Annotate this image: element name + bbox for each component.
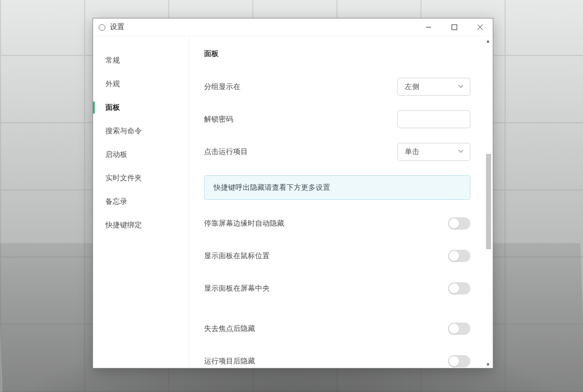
hotkey-info-banner: 快捷键呼出隐藏请查看下方更多设置	[204, 175, 470, 200]
row-toggle: 失去焦点后隐藏	[204, 320, 470, 338]
row-unlock-password: 解锁密码	[204, 110, 470, 128]
sidebar-item-label: 搜索与命令	[105, 126, 142, 136]
sidebar-item-hotkeys[interactable]: 快捷键绑定	[93, 213, 189, 237]
row-click-run: 点击运行项目 单击	[204, 143, 470, 161]
unlock-password-input[interactable]	[397, 110, 470, 128]
toggle-auto-hide-edge[interactable]	[448, 217, 470, 230]
toggle-show-at-mouse[interactable]	[448, 250, 470, 262]
setting-label: 分组显示在	[204, 82, 397, 92]
titlebar[interactable]: 设置	[93, 18, 493, 36]
row-group-display: 分组显示在 左侧	[204, 78, 470, 96]
settings-window: 设置 常规 外观 面板 搜索与命令 启动板 实时文件夹 备忘录 快捷键绑定 面板	[92, 18, 493, 368]
sidebar-item-label: 面板	[105, 102, 120, 113]
info-text: 快捷键呼出隐藏请查看下方更多设置	[214, 183, 330, 192]
select-value: 左侧	[405, 82, 419, 92]
sidebar-item-launchpad[interactable]: 启动板	[93, 143, 189, 166]
sidebar-item-realtime-folder[interactable]: 实时文件夹	[93, 166, 189, 190]
setting-label: 点击运行项目	[204, 147, 397, 157]
setting-label: 显示面板在鼠标位置	[204, 251, 448, 261]
row-toggle: 显示面板在屏幕中央	[204, 279, 470, 297]
sidebar-item-label: 启动板	[105, 150, 127, 160]
scroll-down-arrow-icon[interactable]: ▾	[484, 360, 492, 368]
row-toggle: 显示面板在鼠标位置	[204, 247, 470, 265]
chevron-down-icon	[457, 83, 464, 91]
settings-content[interactable]: 面板 分组显示在 左侧 解锁密码 点击运行项目	[189, 36, 493, 368]
maximize-button[interactable]	[441, 18, 467, 36]
toggle-hide-on-blur[interactable]	[448, 323, 470, 335]
sidebar-item-appearance[interactable]: 外观	[93, 72, 189, 96]
app-icon	[99, 24, 105, 31]
settings-sidebar: 常规 外观 面板 搜索与命令 启动板 实时文件夹 备忘录 快捷键绑定	[93, 36, 189, 368]
sidebar-item-label: 备忘录	[105, 197, 127, 207]
setting-label: 失去焦点后隐藏	[204, 324, 448, 334]
row-toggle: 停靠屏幕边缘时自动隐藏	[204, 214, 470, 232]
click-run-select[interactable]: 单击	[397, 143, 470, 161]
sidebar-item-memo[interactable]: 备忘录	[93, 190, 189, 213]
setting-label: 解锁密码	[204, 114, 397, 124]
svg-rect-0	[452, 25, 457, 30]
sidebar-item-panel[interactable]: 面板	[93, 96, 189, 119]
select-value: 单击	[405, 147, 419, 157]
scroll-up-arrow-icon[interactable]: ▴	[484, 36, 492, 44]
window-title: 设置	[110, 22, 124, 32]
toggle-show-at-center[interactable]	[448, 282, 470, 295]
sidebar-item-general[interactable]: 常规	[93, 49, 189, 72]
close-button[interactable]	[467, 18, 493, 36]
setting-label: 显示面板在屏幕中央	[204, 283, 448, 293]
setting-label: 运行项目后隐藏	[204, 356, 448, 366]
setting-label: 停靠屏幕边缘时自动隐藏	[204, 218, 448, 228]
sidebar-item-label: 快捷键绑定	[105, 220, 142, 230]
scrollbar-thumb[interactable]	[486, 154, 491, 249]
section-title: 面板	[204, 49, 470, 59]
sidebar-item-label: 外观	[105, 79, 120, 89]
group-display-select[interactable]: 左侧	[397, 78, 470, 96]
toggle-hide-after-run[interactable]	[448, 355, 470, 367]
sidebar-item-label: 实时文件夹	[105, 173, 142, 183]
sidebar-item-search-commands[interactable]: 搜索与命令	[93, 119, 189, 143]
row-toggle: 运行项目后隐藏	[204, 352, 470, 368]
minimize-button[interactable]	[415, 18, 441, 36]
sidebar-item-label: 常规	[105, 55, 120, 66]
chevron-down-icon	[457, 148, 464, 156]
